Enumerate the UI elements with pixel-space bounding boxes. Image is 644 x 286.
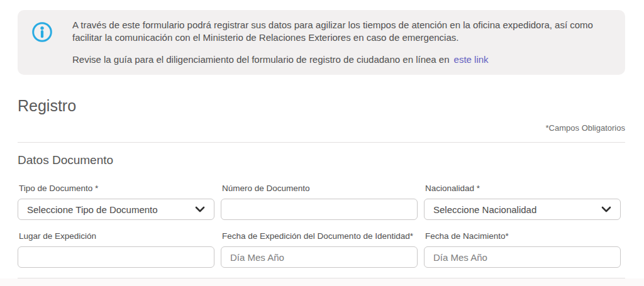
info-icon <box>31 21 53 43</box>
bottom-band <box>0 278 644 286</box>
field-lugar-de-expedicion: Lugar de Expedición <box>18 231 214 268</box>
field-fecha-de-expedicion: Fecha de Expedición del Documento de Ide… <box>221 231 418 268</box>
fecha-de-nacimiento-label: Fecha de Nacimiento* <box>425 231 621 241</box>
nacionalidad-select[interactable]: Seleccione Nacionalidad <box>424 199 621 220</box>
field-numero-de-documento: Número de Documento <box>221 184 418 220</box>
section-divider <box>18 142 625 143</box>
datos-documento-form: Tipo de Documento * Seleccione Tipo de D… <box>18 184 621 268</box>
tipo-de-documento-select[interactable]: Seleccione Tipo de Documento <box>18 199 214 220</box>
banner-paragraph-1: A través de este formulario podrá regist… <box>72 19 609 44</box>
fecha-de-expedicion-input[interactable] <box>221 246 418 268</box>
page-title: Registro <box>18 97 644 115</box>
section-title-datos-documento: Datos Documento <box>18 153 644 167</box>
lugar-de-expedicion-label: Lugar de Expedición <box>19 231 214 241</box>
fecha-de-expedicion-label: Fecha de Expedición del Documento de Ide… <box>222 231 418 241</box>
chevron-down-icon <box>195 206 205 212</box>
numero-de-documento-label: Número de Documento <box>222 184 418 193</box>
numero-de-documento-input[interactable] <box>221 199 418 220</box>
nacionalidad-selected-value: Seleccione Nacionalidad <box>433 204 536 215</box>
banner-paragraph-2: Revise la guía para el diligenciamiento … <box>72 53 609 66</box>
este-link[interactable]: este link <box>454 54 489 65</box>
tipo-de-documento-label: Tipo de Documento * <box>19 184 214 193</box>
field-tipo-de-documento: Tipo de Documento * Seleccione Tipo de D… <box>18 184 214 220</box>
lugar-de-expedicion-input[interactable] <box>18 246 214 268</box>
field-fecha-de-nacimiento: Fecha de Nacimiento* <box>424 231 621 268</box>
banner-paragraph-2-text: Revise la guía para el diligenciamiento … <box>72 54 450 65</box>
required-fields-note: *Campos Obligatorios <box>0 123 625 133</box>
chevron-down-icon <box>601 206 611 212</box>
info-banner: A través de este formulario podrá regist… <box>18 10 625 75</box>
nacionalidad-label: Nacionalidad * <box>425 184 621 193</box>
field-nacionalidad: Nacionalidad * Seleccione Nacionalidad <box>424 184 621 220</box>
fecha-de-nacimiento-input[interactable] <box>424 246 621 268</box>
banner-text: A través de este formulario podrá regist… <box>72 19 609 66</box>
tipo-de-documento-selected-value: Seleccione Tipo de Documento <box>27 204 158 215</box>
